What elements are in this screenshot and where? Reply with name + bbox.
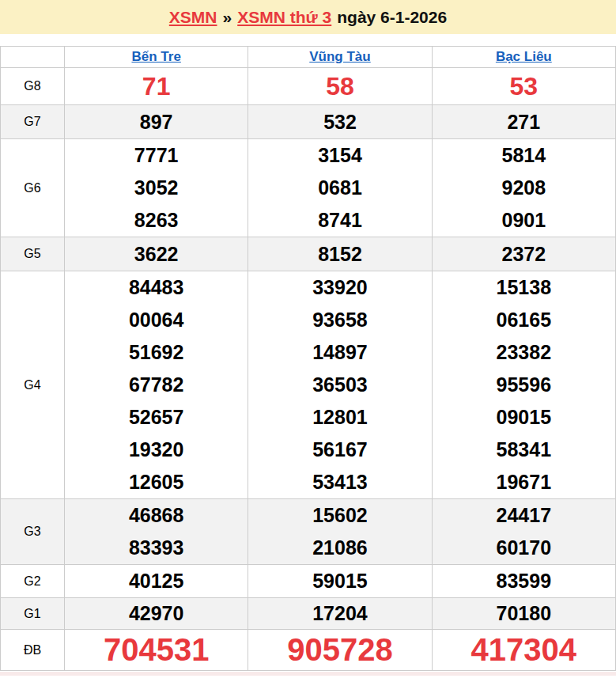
prize-number: 3154 [248,139,431,172]
province-link-vung-tau[interactable]: Vũng Tàu [309,49,370,64]
prize-row-g2: G2401255901583599 [1,565,616,598]
result-cell-g4-col1: 33920936581489736503128015616753413 [248,271,432,499]
prize-number: 5814 [433,139,615,172]
result-cell-g5-col1: 8152 [248,237,432,271]
result-cell-g7-col0: 897 [65,105,248,139]
prize-number: 14897 [248,336,431,369]
prize-number: 93658 [248,304,431,336]
prize-number: 51692 [65,336,248,369]
corner-cell [1,47,65,68]
results-tbody: G8715853G7897532271G67771305282633154068… [1,68,616,671]
prize-label-g3: G3 [1,499,65,565]
province-header-bac-lieu: Bạc Liêu [432,47,615,68]
result-cell-g7-col1: 532 [248,105,432,139]
prize-number: 00064 [65,304,248,336]
breadcrumb-link-xsmn-weekday[interactable]: XSMN thứ 3 [237,8,331,27]
breadcrumb-separator: » [223,8,232,27]
result-cell-g6-col2: 581492080901 [432,139,615,237]
prize-row-db: ĐB704531905728417304 [1,630,616,671]
prize-number: 21086 [248,532,431,564]
prize-number: 12605 [65,466,248,498]
prize-row-g1: G1429701720470180 [1,598,616,630]
prize-number: 8741 [248,204,431,237]
prize-number: 23382 [433,336,615,369]
prize-label-db: ĐB [1,630,65,671]
province-header-ben-tre: Bến Tre [65,47,248,68]
prize-label-g6: G6 [1,139,65,237]
prize-number: 67782 [65,369,248,401]
prize-number: 06165 [433,304,615,336]
result-cell-g1-col0: 42970 [65,598,248,630]
prize-row-g3: G3468688339315602210862441760170 [1,499,616,565]
prize-label-g5: G5 [1,237,65,271]
prize-row-g4: G484483000645169267782526571932012605339… [1,271,616,499]
prize-label-g7: G7 [1,105,65,139]
page-title-banner: XSMN » XSMN thứ 3 ngày 6-1-2026 [0,0,616,34]
breadcrumb-date-text: ngày 6-1-2026 [337,8,447,27]
prize-number: 9208 [433,172,615,204]
prize-label-g1: G1 [1,598,65,630]
prize-number: 15602 [248,499,431,532]
prize-number: 53413 [248,466,431,498]
result-cell-g5-col2: 2372 [432,237,615,271]
province-header-row: Bến Tre Vũng Tàu Bạc Liêu [1,47,616,68]
result-cell-g2-col2: 83599 [432,565,615,598]
prize-number: 60170 [433,532,615,564]
prize-number: 0681 [248,172,431,204]
prize-label-g8: G8 [1,68,65,105]
province-header-vung-tau: Vũng Tàu [248,47,432,68]
result-cell-g4-col0: 84483000645169267782526571932012605 [65,271,248,499]
prize-number: 19320 [65,434,248,466]
result-cell-g1-col2: 70180 [432,598,615,630]
result-cell-g6-col1: 315406818741 [248,139,432,237]
prize-number: 19671 [433,466,615,498]
result-cell-db-col2: 417304 [432,630,615,671]
result-cell-g8-col2: 53 [432,68,615,105]
result-cell-g8-col1: 58 [248,68,432,105]
province-link-bac-lieu[interactable]: Bạc Liêu [496,49,552,64]
prize-number: 7771 [65,139,248,172]
result-cell-g2-col0: 40125 [65,565,248,598]
prize-number: 84483 [65,271,248,304]
prize-number: 46868 [65,499,248,532]
result-cell-g3-col2: 2441760170 [432,499,615,565]
province-link-ben-tre[interactable]: Bến Tre [131,49,180,64]
prize-number: 95596 [433,369,615,401]
prize-number: 58341 [433,434,615,466]
result-cell-db-col0: 704531 [65,630,248,671]
result-cell-g3-col1: 1560221086 [248,499,432,565]
prize-number: 83393 [65,532,248,564]
result-cell-g7-col2: 271 [432,105,615,139]
prize-number: 09015 [433,401,615,434]
prize-number: 8263 [65,204,248,237]
prize-row-g6: G6777130528263315406818741581492080901 [1,139,616,237]
prize-row-g5: G5362281522372 [1,237,616,271]
result-cell-g5-col0: 3622 [65,237,248,271]
result-cell-g3-col0: 4686883393 [65,499,248,565]
prize-number: 24417 [433,499,615,532]
prize-row-g8: G8715853 [1,68,616,105]
result-cell-db-col1: 905728 [248,630,432,671]
results-table: Bến Tre Vũng Tàu Bạc Liêu G8715853G78975… [0,46,616,671]
result-cell-g8-col0: 71 [65,68,248,105]
prize-number: 0901 [433,204,615,237]
breadcrumb-link-xsmn[interactable]: XSMN [169,8,217,27]
prize-number: 56167 [248,434,431,466]
result-cell-g6-col0: 777130528263 [65,139,248,237]
prize-number: 15138 [433,271,615,304]
prize-row-g7: G7897532271 [1,105,616,139]
prize-label-g4: G4 [1,271,65,499]
result-cell-g1-col1: 17204 [248,598,432,630]
result-cell-g4-col2: 15138061652338295596090155834119671 [432,271,615,499]
prize-number: 36503 [248,369,431,401]
prize-label-g2: G2 [1,565,65,598]
prize-number: 3052 [65,172,248,204]
prize-number: 12801 [248,401,431,434]
next-section-edge [0,672,616,676]
prize-number: 52657 [65,401,248,434]
result-cell-g2-col1: 59015 [248,565,432,598]
prize-number: 33920 [248,271,431,304]
